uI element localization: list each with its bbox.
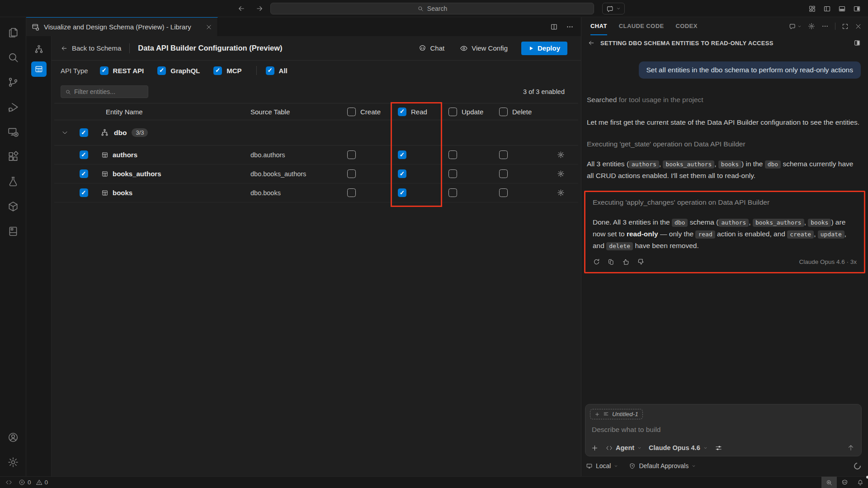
row-settings-gear-icon[interactable] (557, 189, 565, 197)
create-checkbox[interactable] (347, 169, 356, 178)
dab-config-view-icon[interactable] (31, 61, 47, 77)
toggle-panel-icon[interactable] (838, 5, 846, 13)
thumbs-down-icon[interactable] (637, 258, 645, 266)
source-control-icon[interactable] (0, 70, 26, 94)
editor-tab-schema-designer[interactable]: Visualize and Design Schema (Preview) - … (26, 17, 218, 36)
tab-claude-code[interactable]: CLAUDE CODE (619, 17, 664, 35)
split-editor-icon[interactable] (550, 23, 558, 31)
row-checkbox[interactable] (80, 169, 88, 178)
chat-more-actions-icon[interactable] (821, 23, 829, 30)
run-debug-icon[interactable] (0, 94, 26, 119)
chat-button[interactable]: Chat (418, 44, 445, 52)
thumbs-up-icon[interactable] (622, 258, 630, 266)
account-icon[interactable] (0, 425, 26, 450)
back-to-schema-button[interactable]: Back to Schema (61, 44, 121, 52)
history-forward-icon[interactable] (255, 5, 264, 13)
table-row[interactable]: books_authors dbo.books_authors (54, 164, 578, 183)
row-checkbox[interactable] (80, 150, 88, 159)
zoom-indicator-icon[interactable] (821, 477, 837, 488)
create-checkbox[interactable] (347, 188, 356, 197)
row-checkbox[interactable] (80, 188, 88, 197)
close-panel-icon[interactable] (855, 23, 862, 30)
chat-panel: CHAT CLAUDE CODE CODEX SETTING DBO SCHEM… (581, 17, 868, 476)
copy-icon[interactable] (608, 258, 615, 266)
back-icon[interactable] (588, 39, 595, 47)
copilot-menu-button[interactable] (602, 3, 625, 14)
page-title: Data API Builder Configuration (Preview) (138, 44, 282, 52)
toggle-sidebar-left-icon[interactable] (823, 5, 831, 13)
context-chip[interactable]: Untitled-1 (590, 409, 643, 419)
read-all-checkbox[interactable] (398, 108, 406, 116)
collapse-chevron-icon[interactable] (54, 129, 75, 136)
mcp-checkbox[interactable] (213, 66, 222, 75)
open-chat-in-editor-icon[interactable] (854, 39, 861, 47)
create-all-checkbox[interactable] (347, 108, 356, 116)
rest-api-checkbox[interactable] (100, 66, 108, 75)
approvals-picker[interactable]: Default Approvals (629, 462, 696, 469)
row-settings-gear-icon[interactable] (557, 170, 565, 178)
settings-gear-icon[interactable] (0, 450, 26, 474)
editor-more-actions-icon[interactable] (566, 23, 574, 31)
filter-entities-input[interactable] (74, 88, 142, 95)
notifications-bell-icon[interactable] (853, 477, 868, 488)
read-checkbox[interactable] (398, 188, 406, 197)
view-config-button[interactable]: View Config (460, 44, 508, 52)
attach-icon[interactable] (591, 444, 599, 452)
chat-settings-gear-icon[interactable] (808, 23, 815, 30)
update-checkbox[interactable] (448, 150, 457, 159)
update-checkbox[interactable] (448, 169, 457, 178)
environment-picker[interactable]: Local (586, 462, 618, 469)
copilot-status-icon[interactable] (837, 477, 853, 488)
api-option-all[interactable]: All (266, 66, 288, 75)
assistant-paragraph: All 3 entities (authors, books_authors, … (587, 158, 862, 181)
testing-icon[interactable] (0, 169, 26, 194)
dbo-group-checkbox[interactable] (80, 128, 88, 137)
history-back-icon[interactable] (237, 5, 245, 13)
search-input[interactable]: Search (270, 3, 594, 14)
delete-checkbox[interactable] (499, 188, 508, 197)
database-projects-icon[interactable] (0, 219, 26, 244)
model-picker[interactable]: Claude Opus 4.6 (649, 444, 708, 451)
containers-icon[interactable] (0, 194, 26, 219)
customize-layout-icon[interactable] (808, 5, 816, 13)
delete-all-checkbox[interactable] (499, 108, 508, 116)
update-checkbox[interactable] (448, 188, 457, 197)
graphql-checkbox[interactable] (157, 66, 166, 75)
tab-chat[interactable]: CHAT (590, 17, 607, 35)
mode-picker[interactable]: Agent (606, 444, 642, 451)
extensions-icon[interactable] (0, 144, 26, 169)
search-sidebar-icon[interactable] (0, 45, 26, 70)
delete-checkbox[interactable] (499, 169, 508, 178)
copilot-chat-icon (606, 5, 614, 13)
tab-close-icon[interactable] (206, 24, 212, 30)
update-all-checkbox[interactable] (448, 108, 457, 116)
send-icon[interactable] (847, 444, 855, 452)
api-option-mcp[interactable]: MCP (213, 66, 241, 75)
explorer-icon[interactable] (0, 20, 26, 45)
schema-designer-view-icon[interactable] (31, 42, 47, 57)
all-checkbox[interactable] (266, 66, 274, 75)
schema-group-row-dbo[interactable]: dbo 3/3 (54, 120, 578, 145)
table-row[interactable]: books dbo.books (54, 183, 578, 202)
deploy-button[interactable]: Deploy (521, 42, 567, 55)
retry-icon[interactable] (593, 258, 600, 266)
chat-input-box[interactable]: Untitled-1 Describe what to build Agent … (585, 404, 862, 456)
remote-indicator-icon[interactable] (5, 479, 12, 486)
enabled-summary: 3 of 3 enabled (523, 88, 565, 95)
problems-indicator[interactable]: 0 0 (19, 479, 48, 486)
read-checkbox[interactable] (398, 169, 406, 178)
tab-codex[interactable]: CODEX (676, 17, 698, 35)
create-checkbox[interactable] (347, 150, 356, 159)
maximize-panel-icon[interactable] (842, 23, 849, 30)
status-bar: 0 0 (0, 476, 868, 488)
api-option-rest[interactable]: REST API (100, 66, 144, 75)
row-settings-gear-icon[interactable] (557, 151, 565, 159)
table-row[interactable]: authors dbo.authors (54, 145, 578, 164)
tools-sliders-icon[interactable] (715, 444, 722, 452)
delete-checkbox[interactable] (499, 150, 508, 159)
api-option-graphql[interactable]: GraphQL (157, 66, 200, 75)
remote-explorer-icon[interactable] (0, 119, 26, 144)
read-checkbox[interactable] (398, 150, 406, 159)
toggle-sidebar-right-icon[interactable] (853, 5, 861, 13)
new-chat-dropdown-icon[interactable] (789, 23, 802, 30)
